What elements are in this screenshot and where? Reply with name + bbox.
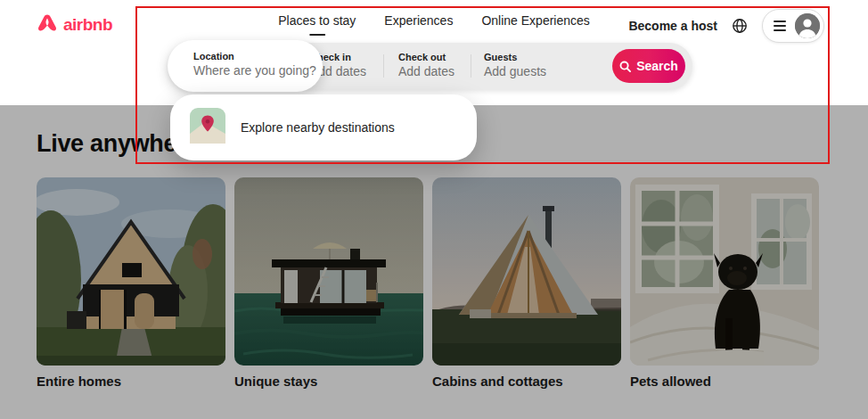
main-nav: Places to stay Experiences Online Experi… [278, 13, 590, 36]
field-divider [383, 54, 384, 78]
airbnb-belo-icon [36, 12, 59, 38]
card-image-entire-homes [37, 177, 225, 366]
airbnb-homepage: airbnb Places to stay Experiences Online… [0, 0, 868, 419]
become-a-host-link[interactable]: Become a host [628, 19, 717, 33]
checkout-placeholder: Add dates [398, 64, 480, 78]
location-placeholder: Where are you going? [193, 63, 323, 78]
menu-icon [774, 21, 786, 31]
active-tab-underline [309, 34, 325, 36]
map-pin-icon [190, 108, 225, 147]
search-bar: Location Where are you going? Check in A… [168, 43, 692, 89]
card-image-cabins-and-cottages [432, 177, 621, 366]
card-image-pets-allowed [630, 177, 819, 366]
card-pets-allowed[interactable]: Pets allowed [630, 177, 819, 389]
explore-nearby-item[interactable]: Explore nearby destinations [190, 108, 395, 147]
category-cards: Entire homes [37, 177, 819, 389]
user-avatar [795, 13, 820, 38]
location-label: Location [193, 51, 323, 62]
search-button[interactable]: Search [612, 49, 685, 83]
search-button-label: Search [636, 59, 678, 73]
card-label: Pets allowed [630, 374, 819, 389]
user-menu-button[interactable] [762, 9, 824, 43]
search-suggestions-dropdown: Explore nearby destinations [170, 94, 477, 160]
tab-places-to-stay[interactable]: Places to stay [278, 13, 356, 36]
search-field-guests[interactable]: Guests Add guests [484, 43, 573, 89]
guests-label: Guests [484, 52, 573, 62]
card-entire-homes[interactable]: Entire homes [37, 177, 225, 389]
card-label: Cabins and cottages [432, 374, 621, 389]
explore-nearby-label: Explore nearby destinations [241, 120, 395, 135]
field-divider [471, 54, 471, 78]
header-right-controls: Become a host [628, 9, 824, 43]
search-field-checkout[interactable]: Check out Add dates [398, 43, 480, 89]
card-unique-stays[interactable]: Unique stays [234, 177, 423, 389]
language-globe-button[interactable] [732, 18, 748, 34]
tab-online-experiences[interactable]: Online Experiences [481, 13, 589, 36]
card-label: Entire homes [37, 374, 225, 389]
search-field-location[interactable]: Location Where are you going? [168, 40, 323, 92]
card-label: Unique stays [234, 374, 423, 389]
top-header: airbnb Places to stay Experiences Online… [0, 0, 868, 105]
globe-icon [732, 18, 748, 34]
checkout-label: Check out [398, 52, 480, 62]
brand-logo[interactable]: airbnb [36, 12, 112, 38]
card-image-unique-stays [234, 177, 423, 366]
search-icon [619, 61, 631, 72]
card-cabins-and-cottages[interactable]: Cabins and cottages [432, 177, 621, 389]
guests-placeholder: Add guests [484, 64, 573, 78]
brand-wordmark: airbnb [63, 15, 112, 35]
tab-experiences[interactable]: Experiences [384, 13, 453, 36]
